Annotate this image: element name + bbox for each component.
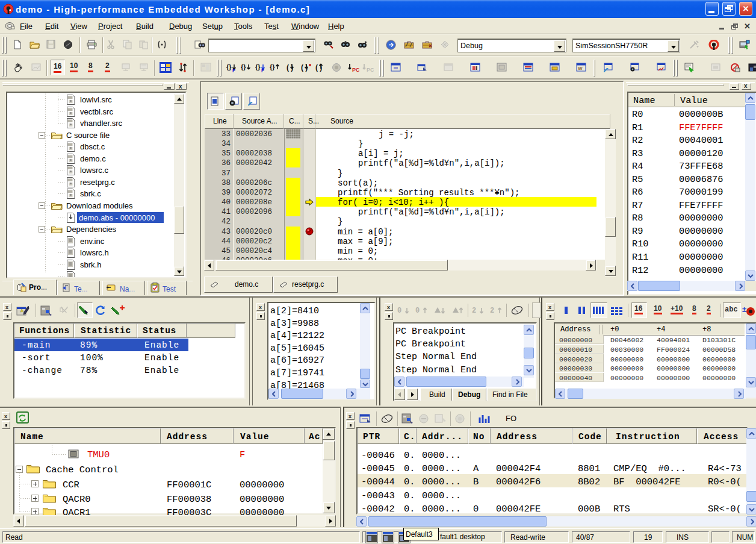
svg-text:{}: {} [255, 63, 261, 70]
svg-text:F: F [261, 68, 264, 73]
svg-text:PC: PC [352, 67, 359, 73]
svg-text:PC: PC [367, 67, 374, 73]
svg-text:{}: {} [241, 63, 246, 70]
svg-text:W: W [578, 66, 583, 71]
svg-text:2: 2 [472, 307, 476, 315]
svg-text:±: ± [742, 305, 746, 314]
svg-text:{}: {} [226, 63, 232, 70]
svg-text:F: F [232, 68, 235, 73]
svg-text:{}: {} [270, 63, 275, 70]
svg-text:2: 2 [490, 307, 494, 315]
svg-text:0: 0 [415, 307, 420, 315]
svg-text:0: 0 [397, 307, 401, 315]
